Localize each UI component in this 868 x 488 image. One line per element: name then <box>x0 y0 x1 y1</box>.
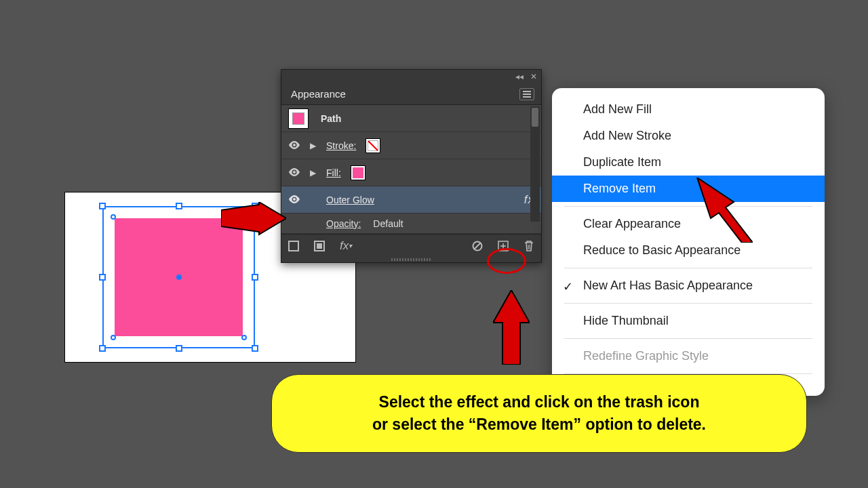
anchor-point[interactable] <box>241 335 247 340</box>
handle-br[interactable] <box>252 345 258 352</box>
callout-line2: or select the “Remove Item” option to de… <box>372 413 706 436</box>
menu-separator <box>564 338 812 339</box>
row-opacity[interactable]: Opacity: Default <box>281 214 541 234</box>
appearance-panel: ◂◂ ✕ Appearance Path ▶ Stroke: ▶ Fill: <box>281 69 542 263</box>
fill-swatch[interactable] <box>351 165 366 180</box>
chevron-right-icon[interactable]: ▶ <box>310 141 317 150</box>
panel-menu-button[interactable] <box>519 88 534 100</box>
selected-shape[interactable] <box>102 206 255 348</box>
visibility-icon[interactable] <box>288 140 300 151</box>
check-icon: ✓ <box>563 279 573 294</box>
stroke-swatch[interactable] <box>366 138 380 153</box>
row-stroke[interactable]: ▶ Stroke: <box>281 132 541 159</box>
panel-context-menu: Add New Fill Add New Stroke Duplicate It… <box>552 88 825 396</box>
panel-resize-grip[interactable] <box>281 257 541 262</box>
collapse-icon[interactable]: ◂◂ <box>515 72 524 81</box>
handle-bl[interactable] <box>99 345 106 352</box>
instruction-callout: Select the effect and click on the trash… <box>271 374 807 453</box>
center-point <box>176 274 182 280</box>
anchor-point[interactable] <box>241 214 247 220</box>
row-fill[interactable]: ▶ Fill: <box>281 159 541 186</box>
handle-bm[interactable] <box>176 345 182 352</box>
opacity-value: Default <box>373 218 403 229</box>
stroke-square-icon[interactable] <box>314 241 325 251</box>
svg-rect-3 <box>289 241 298 251</box>
close-icon[interactable]: ✕ <box>530 72 537 81</box>
menu-separator <box>564 303 812 304</box>
menu-duplicate-item[interactable]: Duplicate Item <box>552 149 825 176</box>
panel-title: Appearance <box>291 88 346 100</box>
handle-tm[interactable] <box>176 203 182 209</box>
row-path[interactable]: Path <box>281 105 541 132</box>
svg-marker-14 <box>493 290 530 365</box>
svg-point-0 <box>293 144 296 146</box>
fx-add-icon[interactable]: fx▾ <box>340 239 352 253</box>
svg-rect-5 <box>317 243 322 249</box>
scrollbar[interactable] <box>530 106 540 222</box>
effect-label: Outer Glow <box>326 195 374 205</box>
visibility-icon[interactable] <box>288 167 300 178</box>
row-effect-outer-glow[interactable]: Outer Glow fx <box>281 186 541 214</box>
appearance-rows: Path ▶ Stroke: ▶ Fill: Outer Glow fx <box>281 105 541 234</box>
menu-add-new-stroke[interactable]: Add New Stroke <box>552 123 825 149</box>
menu-separator <box>564 268 812 268</box>
scrollbar-thumb[interactable] <box>532 108 538 127</box>
panel-top-bar: ◂◂ ✕ <box>281 70 541 83</box>
menu-reduce-basic[interactable]: Reduce to Basic Appearance <box>552 237 825 264</box>
menu-new-art-basic[interactable]: ✓New Art Has Basic Appearance <box>552 272 825 299</box>
svg-point-1 <box>293 171 296 174</box>
svg-line-7 <box>475 243 481 249</box>
menu-redefine-style: Redefine Graphic Style <box>552 343 825 369</box>
svg-point-2 <box>293 198 296 201</box>
opacity-label: Opacity: <box>326 218 361 229</box>
panel-footer: fx▾ <box>281 234 541 257</box>
annotation-arrow-up <box>493 290 530 365</box>
handle-tl[interactable] <box>99 203 106 209</box>
stroke-label: Stroke: <box>326 140 356 151</box>
menu-hide-thumbnail[interactable]: Hide Thumbnail <box>552 308 825 334</box>
no-fill-icon[interactable] <box>288 241 299 251</box>
fill-label: Fill: <box>326 167 341 178</box>
chevron-right-icon[interactable]: ▶ <box>310 168 317 178</box>
duplicate-icon[interactable] <box>498 241 509 251</box>
menu-separator <box>564 206 812 207</box>
path-thumbnail <box>288 108 309 129</box>
handle-tr[interactable] <box>252 203 258 209</box>
clear-icon[interactable] <box>472 241 483 251</box>
menu-remove-item[interactable]: Remove Item <box>552 176 825 202</box>
visibility-icon[interactable] <box>288 195 300 205</box>
handle-ml[interactable] <box>99 274 106 281</box>
handle-mr[interactable] <box>252 274 258 281</box>
panel-header: Appearance <box>281 83 541 105</box>
trash-icon[interactable] <box>524 240 534 252</box>
path-label: Path <box>321 113 341 124</box>
anchor-point[interactable] <box>111 335 116 340</box>
callout-line1: Select the effect and click on the trash… <box>379 391 700 413</box>
anchor-point[interactable] <box>111 214 116 220</box>
menu-clear-appearance[interactable]: Clear Appearance <box>552 211 825 237</box>
menu-add-new-fill[interactable]: Add New Fill <box>552 96 825 123</box>
